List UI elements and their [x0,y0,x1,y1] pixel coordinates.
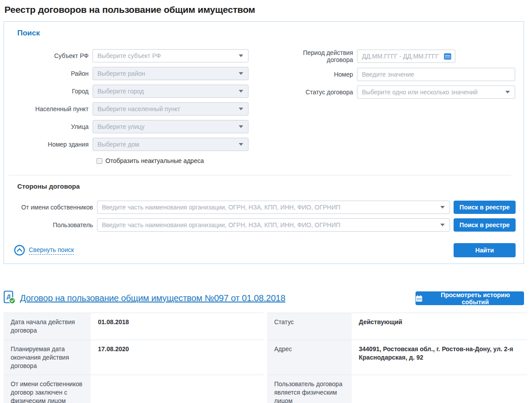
detail-value-start-date: 01.08.2018 [91,313,264,340]
calendar-icon[interactable] [444,53,451,60]
contract-period-input[interactable] [362,53,442,60]
owners-search-input[interactable] [102,204,437,211]
show-inactive-row: Отобразить неактуальные адреса [97,157,252,164]
city-select[interactable]: Выберите город [93,85,249,98]
contract-parties-heading: Стороны договора [17,182,516,190]
page-title: Реестр договоров на пользование общим им… [4,4,532,15]
detail-value-status: Действующий [352,313,527,340]
settlement-label: Населенный пункт [4,105,93,112]
detail-value-owners-person [91,375,264,403]
owners-combobox [97,201,450,214]
chevron-down-icon [239,125,243,128]
chevron-down-icon [505,91,510,93]
form-row-street: Улица Выберите улицу [4,120,252,133]
form-row-district: Район Выберите район [4,67,252,80]
form-row-settlement: Населенный пункт Выберите населенный пун… [4,102,252,116]
contract-period-label: Период действия договора [278,49,357,63]
chevron-down-icon[interactable] [440,206,445,209]
detail-label: Дата начала действия договора [4,313,91,340]
subject-rf-label: Субъект РФ [4,52,93,59]
contract-period-field [357,50,455,63]
chevron-down-icon [239,90,243,93]
chevron-down-icon [239,143,243,146]
street-label: Улица [4,123,93,130]
settlement-select[interactable]: Выберите населенный пункт [93,102,249,116]
user-registry-search-button[interactable]: Поиск в реестре [454,218,516,232]
owners-label: От имени собственников [4,204,97,211]
contract-link[interactable]: Договор на пользование общим имуществом … [20,293,285,303]
detail-label: Статус [267,313,352,340]
building-number-select[interactable]: Выберите дом [93,138,249,151]
form-row-subject: Субъект РФ Выберите субъект РФ [4,49,252,62]
owners-row: От имени собственников Поиск в реестре [4,201,516,214]
user-search-input[interactable] [102,221,437,229]
table-gap [264,375,267,403]
contract-status-multiselect[interactable]: Выберите одно или несколько значений [357,85,515,99]
table-gap [264,313,267,340]
detail-label: Адрес [267,340,352,376]
district-label: Район [4,70,93,77]
building-number-label: Номер здания [4,141,93,148]
user-label: Пользователь [4,221,97,229]
search-panel: Поиск Субъект РФ Выберите субъект РФ Рай… [4,21,524,264]
form-row-building: Номер здания Выберите дом [4,138,252,151]
detail-value-address: 344091, Ростовская обл., г. Ростов-на-До… [352,340,527,376]
chevron-down-icon[interactable] [440,224,445,226]
section-divider [8,175,511,175]
detail-label: От имени собственников договор заключен … [4,375,91,403]
address-column: Субъект РФ Выберите субъект РФ Район Выб… [4,49,252,164]
detail-label: Планируемая дата окончания действия дого… [4,340,91,376]
chevron-down-icon [239,54,243,57]
subject-rf-select[interactable]: Выберите субъект РФ [93,49,249,62]
show-inactive-checkbox[interactable] [97,158,102,164]
detail-value-user-person [352,375,527,403]
contract-number-label: Номер [278,71,357,78]
search-panel-footer: Свернуть поиск Найти [14,243,516,257]
contract-number-input[interactable] [362,71,510,78]
contract-details-table: Дата начала действия договора 01.08.2018… [4,313,527,403]
page: Реестр договоров на пользование общим им… [0,0,532,403]
table-gap [264,340,267,376]
detail-label: Пользователь договора является физически… [267,375,352,403]
form-row-city: Город Выберите город [4,85,252,98]
form-row-status: Статус договора Выберите одно или нескол… [278,85,516,99]
city-label: Город [4,88,93,95]
owners-registry-search-button[interactable]: Поиск в реестре [454,201,516,214]
contract-status-label: Статус договора [278,89,357,96]
view-history-button[interactable]: Просмотреть историю событий [416,291,524,305]
chevron-up-circle-icon [14,244,25,256]
detail-value-end-date: 17.08.2020 [91,340,264,376]
chevron-down-icon [239,72,243,75]
district-select[interactable]: Выберите район [93,67,249,80]
street-select[interactable]: Выберите улицу [93,120,249,133]
user-combobox [97,218,450,232]
contract-document-icon: Д [4,291,16,306]
search-panel-title: Поиск [17,29,516,38]
calendar-icon [416,295,423,302]
show-inactive-label: Отобразить неактуальные адреса [105,157,204,164]
form-row-period: Период действия договора [278,49,516,63]
search-form: Субъект РФ Выберите субъект РФ Район Выб… [4,49,516,164]
result-title-group: Д Договор на пользование общим имущество… [4,291,285,306]
filters-column: Период действия договора [278,49,516,164]
form-row-number: Номер [278,68,516,81]
contract-number-field [357,68,515,81]
collapse-search-link[interactable]: Свернуть поиск [14,244,74,256]
result-header: Д Договор на пользование общим имущество… [4,291,524,306]
chevron-down-icon [239,108,243,110]
user-row: Пользователь Поиск в реестре [4,218,516,232]
find-button[interactable]: Найти [454,243,516,257]
